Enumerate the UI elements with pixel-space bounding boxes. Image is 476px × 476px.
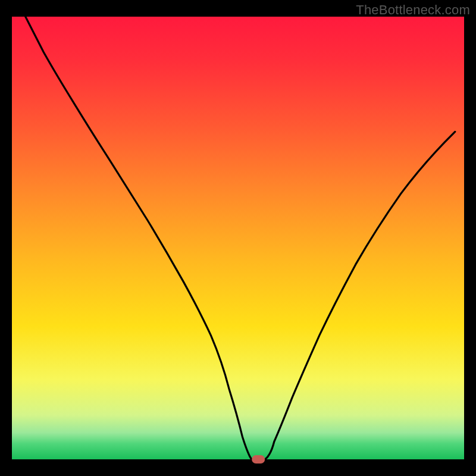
bottleneck-chart [0,0,476,476]
optimal-marker [252,455,265,464]
watermark-text: TheBottleneck.com [356,2,470,18]
chart-container: TheBottleneck.com [0,0,476,476]
plot-background [12,17,464,459]
